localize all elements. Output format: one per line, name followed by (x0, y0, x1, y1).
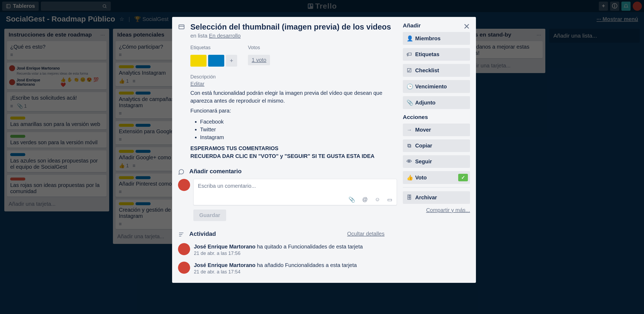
card-detail-modal: ✕ Selección del thumbnail (imagen previa… (172, 17, 476, 283)
vote-button[interactable]: 👍Voto✓ (403, 171, 470, 184)
follow-button[interactable]: 👁Seguir (403, 155, 470, 168)
labels-button[interactable]: 🏷Etiquetas (403, 48, 470, 61)
description-heading: Descripción (190, 74, 216, 80)
activity-heading: Actividad (189, 230, 216, 237)
attachment-button[interactable]: 📎Adjunto (403, 96, 470, 109)
checklist-icon: ☑ (407, 67, 412, 74)
attachment-icon: 📎 (407, 99, 412, 106)
votes-heading: Votos (248, 45, 270, 50)
close-icon[interactable]: ✕ (463, 22, 470, 31)
card-icon (178, 22, 186, 30)
activity-timestamp: 21 de abr. a las 17:56 (194, 251, 363, 256)
in-list-label: en lista En desarrollo (190, 33, 397, 39)
emoji-icon[interactable]: ☺ (375, 196, 380, 203)
activity-item: José Enrique Martorano ha añadido Funcio… (178, 262, 397, 275)
card-title[interactable]: Selección del thumbnail (imagen previa) … (190, 22, 397, 32)
eye-icon: 👁 (407, 158, 412, 165)
hide-details-link[interactable]: Ocultar detalles (347, 231, 385, 237)
activity-timestamp: 21 de abr. a las 17:54 (194, 269, 357, 275)
copy-icon: ⧉ (407, 143, 412, 149)
list-link[interactable]: En desarrollo (209, 33, 241, 39)
mention-icon[interactable]: @ (362, 196, 368, 203)
due-date-button[interactable]: 🕒Vencimiento (403, 80, 470, 93)
attachment-icon[interactable]: 📎 (348, 196, 355, 203)
members-icon: 👤 (407, 35, 412, 42)
comment-box: Escriba un comentario... 📎 @ ☺ ▭ (193, 179, 397, 205)
user-avatar (178, 179, 190, 191)
archive-icon: 🗄 (407, 194, 412, 201)
comment-input[interactable]: Escriba un comentario... (198, 183, 392, 191)
avatar-icon (178, 243, 190, 255)
edit-description-link[interactable]: Editar (190, 81, 397, 87)
checklist-button[interactable]: ☑Checklist (403, 64, 470, 77)
comment-icon (178, 168, 186, 175)
add-section-heading: Añadir (403, 22, 470, 29)
card-icon[interactable]: ▭ (387, 196, 392, 203)
vote-count[interactable]: 1 voto (248, 55, 270, 65)
labels-heading: Etiquetas (190, 45, 237, 50)
move-button[interactable]: →Mover (403, 124, 470, 136)
thumbs-up-icon: 👍 (407, 174, 412, 181)
members-button[interactable]: 👤Miembros (403, 32, 470, 45)
add-label-button[interactable]: + (226, 55, 237, 67)
svg-rect-7 (179, 25, 184, 29)
label-chip-blue[interactable] (208, 55, 224, 67)
labels-icon: 🏷 (407, 51, 412, 57)
avatar-icon (178, 262, 190, 274)
archive-button[interactable]: 🗄Archivar (403, 191, 470, 204)
actions-section-heading: Acciones (403, 114, 470, 120)
copy-button[interactable]: ⧉Copiar (403, 139, 470, 152)
label-chip-yellow[interactable] (190, 55, 207, 67)
clock-icon: 🕒 (407, 83, 412, 90)
activity-icon (178, 230, 186, 238)
add-comment-heading: Añadir comentario (189, 168, 241, 175)
activity-item: José Enrique Martorano ha quitado a Func… (178, 243, 397, 256)
description-body[interactable]: Con está funcionalidad podrán elegir la … (190, 89, 397, 160)
arrow-right-icon: → (407, 127, 412, 133)
share-link[interactable]: Compartir y más... (403, 207, 470, 213)
check-icon: ✓ (458, 174, 468, 181)
save-comment-button[interactable]: Guardar (193, 210, 226, 221)
